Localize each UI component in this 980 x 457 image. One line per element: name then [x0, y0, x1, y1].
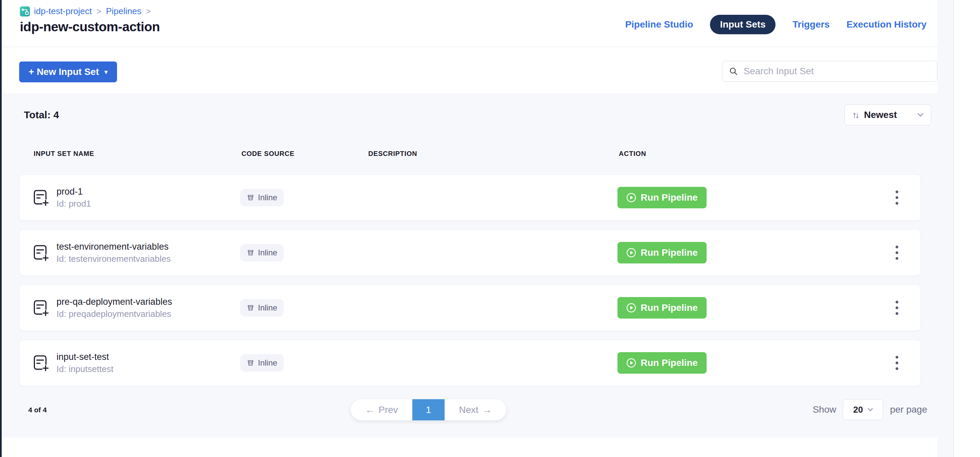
page-header: idp-test-project > Pipelines > idp-new-c… [2, 0, 937, 47]
pagination-bar: 4 of 4 ← Prev 1 Next → Show 20 [2, 398, 953, 422]
page-size-group: Show 20 per page [813, 398, 927, 421]
sort-arrows-icon: ↑↓ [852, 110, 858, 120]
input-set-id: Id: inputsettest [57, 364, 113, 374]
per-page-label: per page [890, 404, 927, 415]
arrow-right-icon: → [482, 405, 492, 415]
run-pipeline-label: Run Pipeline [641, 302, 698, 313]
play-circle-icon [626, 358, 636, 368]
page-size-select[interactable]: 20 [843, 399, 883, 420]
page-count: 4 of 4 [28, 406, 47, 414]
row-menu-button[interactable] [891, 297, 903, 318]
run-pipeline-button[interactable]: Run Pipeline [617, 297, 706, 319]
run-pipeline-label: Run Pipeline [641, 192, 698, 203]
caret-down-icon: ▾ [104, 68, 108, 75]
tab-triggers[interactable]: Triggers [792, 19, 829, 30]
code-source-label: Inline [258, 193, 277, 202]
next-page-button[interactable]: Next → [445, 399, 506, 421]
input-set-row[interactable]: input-set-test Id: inputsettest Inline [19, 340, 921, 386]
code-source-badge: Inline [240, 189, 284, 206]
play-circle-icon [626, 303, 636, 313]
breadcrumb: idp-test-project > Pipelines > [20, 6, 152, 16]
code-source-badge: Inline [240, 299, 284, 317]
input-set-row[interactable]: test-environement-variables Id: testenvi… [19, 230, 921, 276]
input-set-name: test-environement-variables [57, 241, 171, 252]
input-set-id: Id: preqadeploymentvariables [57, 309, 172, 319]
input-set-name: input-set-test [57, 352, 113, 362]
run-pipeline-button[interactable]: Run Pipeline [617, 352, 706, 374]
run-pipeline-button[interactable]: Run Pipeline [617, 242, 706, 263]
new-input-set-button[interactable]: + New Input Set ▾ [19, 62, 117, 83]
row-menu-button[interactable] [891, 352, 903, 373]
tab-pipeline-studio[interactable]: Pipeline Studio [625, 19, 693, 30]
column-header-action: ACTION [619, 150, 686, 158]
code-source-badge: Inline [240, 354, 284, 372]
code-source-label: Inline [258, 248, 277, 257]
column-header-description: DESCRIPTION [368, 150, 619, 158]
input-set-id: Id: prod1 [57, 198, 91, 209]
show-label: Show [813, 404, 836, 415]
column-header-code-source: CODE SOURCE [242, 150, 368, 158]
inline-store-icon [247, 194, 254, 201]
page-size-value: 20 [853, 405, 863, 415]
play-circle-icon [626, 248, 636, 258]
next-label: Next [459, 405, 479, 415]
sort-selected-value: Newest [864, 109, 912, 120]
table-header-row: INPUT SET NAME CODE SOURCE DESCRIPTION A… [33, 150, 686, 158]
breadcrumb-project-link[interactable]: idp-test-project [34, 6, 92, 16]
pager: ← Prev 1 Next → [351, 399, 506, 421]
row-menu-button[interactable] [891, 242, 903, 263]
pipeline-project-icon [20, 6, 30, 16]
run-pipeline-label: Run Pipeline [641, 247, 698, 258]
input-set-icon [32, 354, 49, 371]
inline-store-icon [247, 249, 254, 256]
search-input[interactable] [744, 66, 930, 77]
right-side-panel [953, 0, 980, 457]
input-set-id: Id: testenvironementvariables [57, 254, 171, 264]
run-pipeline-button[interactable]: Run Pipeline [617, 187, 706, 208]
code-source-label: Inline [258, 358, 277, 368]
breadcrumb-pipelines-link[interactable]: Pipelines [106, 6, 142, 16]
input-set-row[interactable]: pre-qa-deployment-variables Id: preqadep… [19, 285, 921, 331]
inline-store-icon [247, 304, 254, 311]
column-header-input-set-name: INPUT SET NAME [33, 150, 242, 158]
search-icon [729, 67, 738, 76]
pipeline-nav-tabs: Pipeline Studio Input Sets Triggers Exec… [625, 13, 926, 36]
arrow-left-icon: ← [365, 405, 375, 415]
input-set-icon [32, 189, 49, 206]
input-set-icon [32, 244, 49, 261]
chevron-down-icon [868, 408, 873, 412]
code-source-badge: Inline [240, 244, 284, 262]
input-set-row[interactable]: prod-1 Id: prod1 Inline [19, 175, 921, 221]
input-set-name: pre-qa-deployment-variables [57, 297, 172, 307]
input-set-icon [32, 299, 49, 316]
search-box[interactable] [722, 61, 937, 82]
toolbar: + New Input Set ▾ [2, 48, 937, 94]
inline-store-icon [247, 359, 254, 367]
new-input-set-label: + New Input Set [29, 67, 99, 77]
prev-label: Prev [379, 405, 398, 415]
input-set-list-area: Total: 4 ↑↓ Newest INPUT SET NAME CODE S… [2, 94, 953, 438]
row-menu-button[interactable] [891, 187, 903, 208]
tab-input-sets[interactable]: Input Sets [710, 15, 776, 34]
code-source-label: Inline [258, 303, 277, 313]
sort-dropdown[interactable]: ↑↓ Newest [845, 105, 931, 125]
breadcrumb-separator-icon: > [96, 7, 102, 16]
breadcrumb-separator-icon: > [146, 7, 152, 16]
play-circle-icon [626, 192, 636, 203]
page-title: idp-new-custom-action [20, 19, 160, 34]
input-set-name: prod-1 [57, 187, 91, 197]
chevron-down-icon [918, 113, 923, 117]
prev-page-button[interactable]: ← Prev [351, 399, 412, 421]
tab-execution-history[interactable]: Execution History [846, 19, 926, 30]
total-count: Total: 4 [24, 109, 59, 121]
page-1-button[interactable]: 1 [412, 399, 445, 421]
run-pipeline-label: Run Pipeline [641, 357, 698, 368]
